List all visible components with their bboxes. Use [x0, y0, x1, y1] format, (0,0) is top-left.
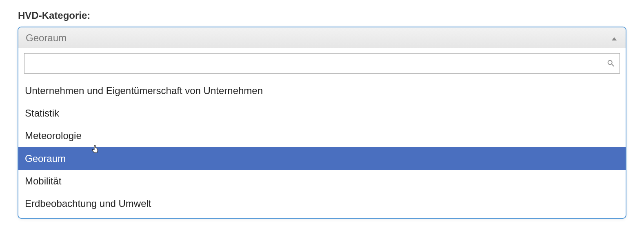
dropdown-search-row [18, 48, 626, 76]
dropdown-option[interactable]: Mobilität [18, 170, 626, 192]
dropdown-search-input[interactable] [29, 54, 606, 73]
dropdown-options-list: Unternehmen und Eigentümerschaft von Unt… [18, 76, 626, 218]
dropdown-search-box[interactable] [24, 53, 620, 74]
hvd-category-dropdown[interactable]: Georaum Unternehmen und Eigentümerschaft… [18, 27, 626, 218]
dropdown-option[interactable]: Meteorologie [18, 124, 626, 147]
field-label: HVD-Kategorie: [18, 10, 626, 21]
dropdown-wrapper: Georaum Unternehmen und Eigentümerschaft… [18, 27, 626, 218]
caret-up-icon [612, 37, 617, 40]
search-icon [606, 59, 615, 68]
dropdown-option[interactable]: Unternehmen und Eigentümerschaft von Unt… [18, 79, 626, 102]
dropdown-option[interactable]: Erdbeobachtung und Umwelt [18, 192, 626, 215]
dropdown-option[interactable]: Statistik [18, 102, 626, 124]
dropdown-selected-value: Georaum [26, 32, 612, 44]
dropdown-header[interactable]: Georaum [18, 27, 626, 48]
dropdown-option[interactable]: Georaum [18, 147, 626, 170]
